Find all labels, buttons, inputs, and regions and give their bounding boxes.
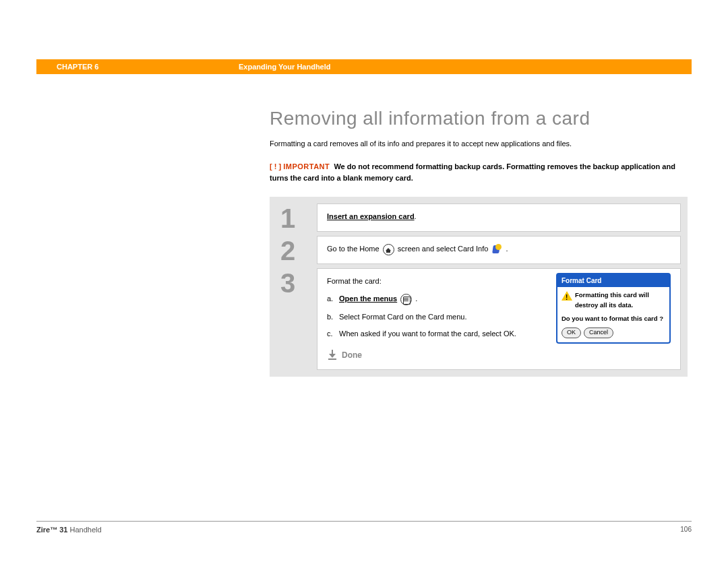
substep-letter: a. bbox=[327, 294, 339, 305]
done-arrow-icon bbox=[327, 350, 338, 361]
step-1: 1 Insert an expansion card. bbox=[276, 204, 681, 232]
substep-letter: b. bbox=[327, 312, 339, 322]
product-name-bold: Zire™ 31 bbox=[36, 526, 67, 534]
dialog-ok-button[interactable]: OK bbox=[562, 327, 581, 338]
product-name: Zire™ 31 Handheld bbox=[36, 526, 102, 534]
step-number: 2 bbox=[276, 236, 317, 264]
chapter-label: CHAPTER 6 bbox=[57, 63, 239, 71]
important-note: [ ! ] IMPORTANT We do not recommend form… bbox=[270, 161, 688, 183]
page-title: Removing all information from a card bbox=[270, 108, 688, 129]
page-footer: Zire™ 31 Handheld 106 bbox=[36, 521, 692, 534]
step3-lead: Format the card: bbox=[327, 276, 544, 287]
dialog-title: Format Card bbox=[557, 274, 669, 287]
substep-c-text: When asked if you want to format the car… bbox=[339, 329, 516, 339]
substep-a: a. Open the menus . bbox=[327, 294, 544, 305]
step3-text-column: Format the card: a. Open the menus . b. bbox=[327, 276, 544, 361]
open-menus-link[interactable]: Open the menus bbox=[339, 294, 397, 303]
step2-text-mid: screen and select Card Info bbox=[398, 245, 491, 253]
main-content: Removing all information from a card For… bbox=[270, 108, 688, 377]
step2-text-pre: Go to the Home bbox=[327, 245, 382, 253]
page-number: 106 bbox=[680, 526, 692, 534]
done-label: Done bbox=[342, 349, 362, 361]
step-number: 3 bbox=[276, 268, 317, 369]
step-body: Format the card: a. Open the menus . b. bbox=[317, 268, 681, 369]
step-body: Go to the Home screen and select Card In… bbox=[317, 236, 681, 264]
step-number: 1 bbox=[276, 204, 317, 232]
important-marker: [ ! ] bbox=[270, 162, 281, 170]
format-card-dialog: Format Card Formatting this card will de… bbox=[556, 273, 671, 343]
section-title: Expanding Your Handheld bbox=[239, 63, 331, 71]
home-icon bbox=[383, 244, 394, 255]
step-body: Insert an expansion card. bbox=[317, 204, 681, 232]
important-label: IMPORTANT bbox=[283, 162, 330, 170]
chapter-header-bar: CHAPTER 6 Expanding Your Handheld bbox=[36, 59, 692, 74]
intro-paragraph: Formatting a card removes all of its inf… bbox=[270, 139, 688, 149]
product-name-rest: Handheld bbox=[67, 526, 101, 534]
card-info-icon bbox=[491, 244, 502, 255]
dialog-warning-text: Formatting this card will destroy all it… bbox=[575, 290, 665, 310]
step-3: 3 Format the card: a. Open the menus . bbox=[276, 268, 681, 369]
substep-a-suffix: . bbox=[413, 294, 417, 303]
step-2: 2 Go to the Home screen and select Card … bbox=[276, 236, 681, 264]
warning-icon bbox=[562, 291, 572, 301]
dialog-question-text: Do you want to format this card ? bbox=[562, 314, 665, 323]
steps-container: 1 Insert an expansion card. 2 Go to the … bbox=[270, 197, 688, 376]
dialog-cancel-button[interactable]: Cancel bbox=[584, 327, 613, 338]
step2-text-post: . bbox=[506, 245, 508, 253]
menu-icon bbox=[400, 294, 412, 305]
substep-b: b. Select Format Card on the Card menu. bbox=[327, 312, 544, 322]
important-text: We do not recommend formatting backup ca… bbox=[270, 162, 675, 182]
substep-c: c. When asked if you want to format the … bbox=[327, 329, 544, 339]
step-suffix: . bbox=[415, 212, 417, 220]
insert-card-link[interactable]: Insert an expansion card bbox=[327, 212, 415, 220]
substep-letter: c. bbox=[327, 329, 339, 339]
done-indicator: Done bbox=[327, 349, 544, 361]
substep-b-text: Select Format Card on the Card menu. bbox=[339, 312, 467, 322]
